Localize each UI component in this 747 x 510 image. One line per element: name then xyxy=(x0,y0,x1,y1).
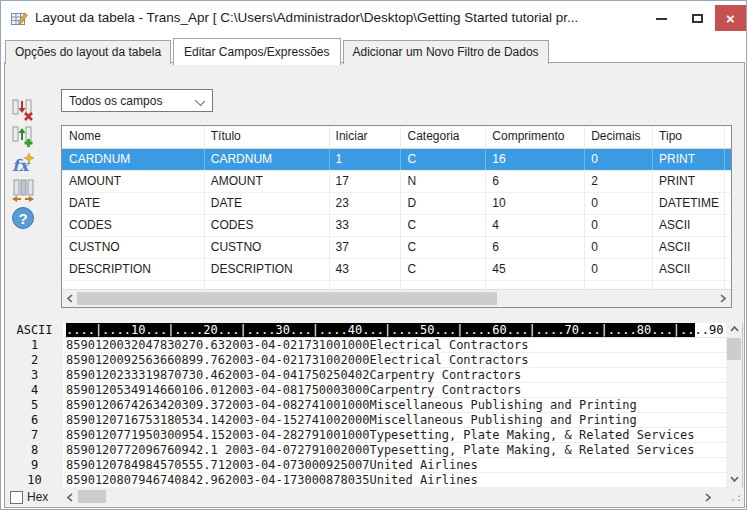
delete-field-icon xyxy=(11,98,35,122)
fields-table-hscrollbar[interactable] xyxy=(62,289,731,307)
cell-nome: CARDNUM xyxy=(62,149,205,170)
table-row-date[interactable]: DATE DATE 23 D 10 0 DATETIME xyxy=(62,193,731,215)
ascii-hscrollbar[interactable] xyxy=(63,489,715,505)
vscroll-thumb[interactable] xyxy=(727,338,741,360)
table-row-empty xyxy=(62,281,731,289)
help-icon: ? xyxy=(11,206,35,230)
data-line[interactable]: 68590120716753180534.142003-04-152741002… xyxy=(6,413,743,428)
data-line[interactable]: 28590120092563660899.762003-04-021731002… xyxy=(6,353,743,368)
ascii-label: ASCII xyxy=(6,323,63,338)
scroll-up-icon[interactable] xyxy=(726,322,742,336)
line-number: 7 xyxy=(6,428,63,443)
line-number: 8 xyxy=(6,443,63,458)
data-line[interactable]: 18590120032047830270.632003-04-021731001… xyxy=(6,338,743,353)
cell-categoria: C xyxy=(401,149,486,170)
table-row-custno[interactable]: CUSTNO CUSTNO 37 C 6 0 ASCII xyxy=(62,237,731,259)
line-number: 1 xyxy=(6,338,63,353)
title-bar: Layout da tabela - Trans_Apr [ C:\Users\… xyxy=(1,1,746,37)
line-number: 6 xyxy=(6,413,63,428)
scroll-left-icon[interactable] xyxy=(63,291,77,306)
line-text: 8590120032047830270.632003-04-0217310010… xyxy=(63,338,743,353)
cell-titulo: DATE xyxy=(205,193,330,214)
scroll-down-icon[interactable] xyxy=(726,472,742,486)
delete-field-button[interactable] xyxy=(10,97,36,123)
line-number: 9 xyxy=(6,458,63,473)
line-text: 8590120716753180534.142003-04-1527410020… xyxy=(63,413,743,428)
cell-comprimento: 10 xyxy=(486,193,585,214)
cell-categoria: C xyxy=(401,237,486,258)
cell-decimais: 2 xyxy=(585,171,653,192)
column-header-comprimento[interactable]: Comprimento xyxy=(486,126,585,148)
column-header-iniciar[interactable]: Iniciar xyxy=(330,126,402,148)
minimize-button[interactable] xyxy=(645,7,677,30)
column-header-nome[interactable]: Nome xyxy=(62,126,205,148)
hex-label: Hex xyxy=(27,490,48,504)
hex-checkbox[interactable]: Hex xyxy=(10,490,48,504)
ascii-vscrollbar[interactable] xyxy=(726,321,742,487)
scroll-right-icon[interactable] xyxy=(716,291,730,306)
hscroll-thumb[interactable] xyxy=(77,292,497,305)
line-text: 8590120092563660899.762003-04-0217310020… xyxy=(63,353,743,368)
table-row-description[interactable]: DESCRIPTION DESCRIPTION 43 C 45 0 ASCII xyxy=(62,259,731,281)
data-line[interactable]: 88590120772096760942.1 2003-04-072791002… xyxy=(6,443,743,458)
cell-iniciar: 23 xyxy=(330,193,402,214)
line-number: 3 xyxy=(6,368,63,383)
column-header-tipo[interactable]: Tipo xyxy=(653,126,725,148)
maximize-icon xyxy=(692,14,703,23)
data-line[interactable]: 78590120771950300954.152003-04-282791001… xyxy=(6,428,743,443)
checkbox-icon[interactable] xyxy=(10,491,23,504)
table-layout-window: { "window": { "title": "Layout da tabela… xyxy=(0,0,747,510)
cell-tipo: PRINT xyxy=(653,149,725,170)
resize-columns-button[interactable] xyxy=(10,178,36,204)
data-line[interactable]: 108590120807946740842.962003-04-17300087… xyxy=(6,473,743,488)
scroll-right-icon[interactable] xyxy=(701,490,715,505)
data-line[interactable]: 98590120784984570555.712003-04-073000925… xyxy=(6,458,743,473)
table-row-codes[interactable]: CODES CODES 33 C 4 0 ASCII xyxy=(62,215,731,237)
cell-nome: DESCRIPTION xyxy=(62,259,205,280)
help-button[interactable]: ? xyxy=(10,205,36,231)
line-number: 2 xyxy=(6,353,63,368)
data-line[interactable]: 48590120534914660106.012003-04-081750003… xyxy=(6,383,743,398)
cell-titulo: DESCRIPTION xyxy=(205,259,330,280)
cell-decimais: 0 xyxy=(585,149,653,170)
line-text: 8590120771950300954.152003-04-2827910010… xyxy=(63,428,743,443)
close-button[interactable]: × xyxy=(715,5,746,31)
field-filter-select[interactable]: Todos os campos xyxy=(61,89,213,112)
cell-titulo: CARDNUM xyxy=(205,149,330,170)
tab-edit-fields-expressions[interactable]: Editar Campos/Expressões xyxy=(173,38,340,65)
table-row-amount[interactable]: AMOUNT AMOUNT 17 N 6 2 PRINT xyxy=(62,171,731,193)
line-number: 10 xyxy=(6,473,63,488)
cell-tipo: ASCII xyxy=(653,237,725,258)
cell-tipo: PRINT xyxy=(653,171,725,192)
maximize-button[interactable] xyxy=(681,7,713,30)
ruler-selected-range: ....|....10...|....20...|....30...|....4… xyxy=(66,323,695,337)
window-title: Layout da tabela - Trans_Apr [ C:\Users\… xyxy=(35,10,578,25)
data-line[interactable]: 38590120233319870730.462003-04-041750250… xyxy=(6,368,743,383)
add-field-button[interactable] xyxy=(10,124,36,150)
scroll-left-icon[interactable] xyxy=(63,490,77,505)
cell-decimais: 0 xyxy=(585,193,653,214)
table-edit-icon xyxy=(11,11,28,30)
cell-nome: DATE xyxy=(62,193,205,214)
column-header-decimais[interactable]: Decimais xyxy=(585,126,653,148)
tab-add-new-data-filter[interactable]: Adicionar um Novo Filtro de Dados xyxy=(343,40,549,64)
cell-iniciar: 37 xyxy=(330,237,402,258)
table-row-cardnum[interactable]: CARDNUM CARDNUM 1 C 16 0 PRINT xyxy=(62,149,731,171)
function-fx-icon: fx xyxy=(11,152,35,176)
line-text: 8590120534914660106.012003-04-0817500030… xyxy=(63,383,743,398)
hscroll-thumb[interactable] xyxy=(78,490,106,503)
line-text: 8590120784984570555.712003-04-0730009250… xyxy=(63,458,743,473)
cell-comprimento: 16 xyxy=(486,149,585,170)
fields-table: Nome Título Iniciar Categoria Compriment… xyxy=(61,125,732,308)
ruler-row: ASCII ....|....10...|....20...|....30...… xyxy=(6,323,743,338)
resize-grip-icon[interactable]: .: xyxy=(730,492,742,503)
cell-categoria: N xyxy=(401,171,486,192)
edit-expression-button[interactable]: fx xyxy=(10,151,36,177)
data-line[interactable]: 58590120674263420309.372003-04-082741001… xyxy=(6,398,743,413)
cell-decimais: 0 xyxy=(585,215,653,236)
tab-table-layout-options[interactable]: Opções do layout da tabela xyxy=(5,40,171,64)
column-header-titulo[interactable]: Título xyxy=(205,126,330,148)
cell-comprimento: 6 xyxy=(486,237,585,258)
cell-categoria: C xyxy=(401,215,486,236)
column-header-categoria[interactable]: Categoria xyxy=(401,126,486,148)
